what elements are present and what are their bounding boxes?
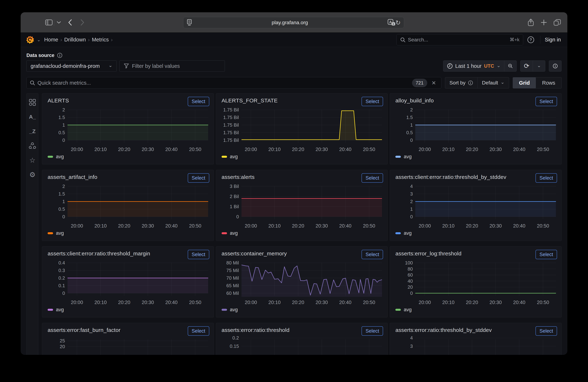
panel-select-button[interactable]: Select <box>536 326 557 336</box>
global-search[interactable]: ⌘+k <box>397 34 523 45</box>
panel-legend[interactable]: avg <box>48 307 208 313</box>
panel-legend[interactable]: avg <box>395 230 556 236</box>
share-icon[interactable] <box>526 12 536 33</box>
reload-icon[interactable]: ↻ <box>396 19 401 26</box>
y-tick-label: 0.15 <box>222 344 239 349</box>
plot-area[interactable] <box>67 338 208 355</box>
breadcrumb-drilldown[interactable]: Drilldown <box>64 37 86 43</box>
breadcrumb-metrics[interactable]: Metrics <box>92 37 109 43</box>
translate-icon[interactable]: Ax <box>388 19 396 26</box>
time-range-button[interactable]: Last 1 hour UTC <box>443 61 504 72</box>
panel-legend[interactable]: avg <box>48 230 208 236</box>
sidebar-toggle-icon[interactable] <box>44 12 54 33</box>
plot-area[interactable] <box>242 185 382 221</box>
groups-icon[interactable] <box>28 141 37 150</box>
label-filter-input-wrap[interactable] <box>120 60 225 72</box>
help-icon[interactable]: ? <box>526 35 536 45</box>
new-tab-icon[interactable] <box>539 12 549 33</box>
panel-chart[interactable]: 2520 <box>48 338 208 355</box>
panel-chart[interactable]: 3 Bil2 Bil1 Bil0 <box>222 185 382 221</box>
sidebar-chevron-icon[interactable] <box>55 12 63 33</box>
panel-chart[interactable]: 100806040200 <box>395 261 556 298</box>
search-shortcut: ⌘+k <box>510 37 519 42</box>
panel-select-button[interactable]: Select <box>361 250 383 259</box>
panel-legend[interactable]: avg <box>395 154 556 159</box>
address-bar[interactable]: play.grafana.org Ax ↻ <box>183 17 404 28</box>
panel-legend[interactable]: avg <box>222 230 382 236</box>
panel-chart[interactable]: 80 Mil75 Mil70 Mil65 Mil60 Mil <box>222 261 382 298</box>
x-axis-labels: 20:0020:1020:2020:3020:4020:50 <box>67 145 208 153</box>
view-toggle-grid[interactable]: Grid <box>513 77 536 88</box>
minimize-window-button[interactable] <box>31 21 35 25</box>
tab-overview-icon[interactable] <box>552 12 563 33</box>
panel-chart[interactable]: 21.510.50 <box>395 108 556 145</box>
chevron-down-icon <box>108 63 112 69</box>
quick-search-wrap[interactable]: 721 ✕ <box>26 77 441 89</box>
quick-search-input[interactable] <box>38 80 410 86</box>
drilldown-info-button[interactable] <box>549 61 561 72</box>
plot-area[interactable] <box>67 261 208 298</box>
plot-area[interactable] <box>242 338 382 355</box>
plot-area[interactable] <box>242 108 382 145</box>
label-filter-input[interactable] <box>132 63 221 69</box>
clear-search-icon[interactable]: ✕ <box>430 80 438 86</box>
back-icon[interactable] <box>65 12 75 33</box>
panel-chart[interactable]: 43 <box>395 338 556 355</box>
plot-area[interactable] <box>242 261 382 298</box>
reader-view-icon[interactable] <box>187 19 192 26</box>
plot-area[interactable] <box>415 261 556 298</box>
org-switcher-chevron-icon[interactable] <box>37 37 41 42</box>
x-tick-label: 20:50 <box>537 147 549 152</box>
zoom-window-button[interactable] <box>36 21 41 25</box>
zoom-out-button[interactable] <box>504 61 517 72</box>
panel-chart[interactable]: 21.510.50 <box>48 108 208 145</box>
star-icon[interactable]: ☆ <box>28 156 37 165</box>
plot-area[interactable] <box>415 185 556 221</box>
plot-area[interactable] <box>67 185 208 221</box>
panel-legend[interactable]: avg <box>222 307 382 313</box>
url-text[interactable]: play.grafana.org <box>192 20 388 25</box>
panel-legend[interactable]: avg <box>222 154 382 159</box>
y-tick-label: 4 <box>395 184 413 189</box>
sort-value-select[interactable]: Default <box>477 77 509 88</box>
forward-icon[interactable] <box>78 12 87 33</box>
panel-chart[interactable]: 21.510.50 <box>48 185 208 221</box>
panel-select-button[interactable]: Select <box>188 326 209 336</box>
panel-chart[interactable]: 0.20.15 <box>222 338 382 355</box>
y-tick-label: 0.5 <box>48 206 65 212</box>
panel-chart[interactable]: 1.75 Bil1.75 Bil1.75 Bil1.75 Bil1.75 Bil <box>222 108 382 145</box>
panel-select-button[interactable]: Select <box>536 97 557 106</box>
panel-select-button[interactable]: Select <box>361 326 383 336</box>
close-window-button[interactable] <box>26 21 30 25</box>
plot-area[interactable] <box>67 108 208 145</box>
sign-in-button[interactable]: Sign in <box>545 37 561 43</box>
filter-prefix-a-icon[interactable]: A_ <box>28 112 37 121</box>
filter-suffix-z-icon[interactable]: _Z <box>28 127 37 136</box>
info-icon[interactable] <box>57 53 63 58</box>
panel-legend[interactable]: avg <box>395 307 556 313</box>
panel-legend[interactable]: avg <box>48 154 208 159</box>
apps-icon[interactable] <box>28 98 37 107</box>
panel-select-button[interactable]: Select <box>361 173 383 183</box>
plot-area[interactable] <box>415 338 556 355</box>
data-source-select[interactable]: grafanacloud-demoinfra-prom <box>26 60 117 72</box>
panel-chart[interactable]: 0.40.30.20.10 <box>48 261 208 298</box>
panel-select-button[interactable]: Select <box>188 97 209 106</box>
panel-select-button[interactable]: Select <box>188 173 209 183</box>
global-search-input[interactable] <box>408 37 507 43</box>
view-toggle-rows[interactable]: Rows <box>536 77 561 88</box>
plot-area[interactable] <box>415 108 556 145</box>
panel-select-button[interactable]: Select <box>536 250 557 259</box>
x-axis-labels: 20:0020:1020:2020:3020:4020:50 <box>415 221 556 230</box>
settings-gear-icon[interactable]: ⚙ <box>28 170 37 179</box>
grafana-logo-icon[interactable] <box>26 36 34 44</box>
info-icon[interactable] <box>468 80 473 85</box>
panel-select-button[interactable]: Select <box>188 250 209 259</box>
panel-select-button[interactable]: Select <box>361 97 383 106</box>
x-tick-label: 20:20 <box>292 300 304 305</box>
breadcrumb-home[interactable]: Home <box>44 37 58 43</box>
panel-select-button[interactable]: Select <box>536 173 557 183</box>
panel-chart[interactable]: 43210 <box>395 185 556 221</box>
refresh-interval-dropdown[interactable] <box>533 61 545 72</box>
refresh-button[interactable]: ⟳ <box>521 61 533 72</box>
